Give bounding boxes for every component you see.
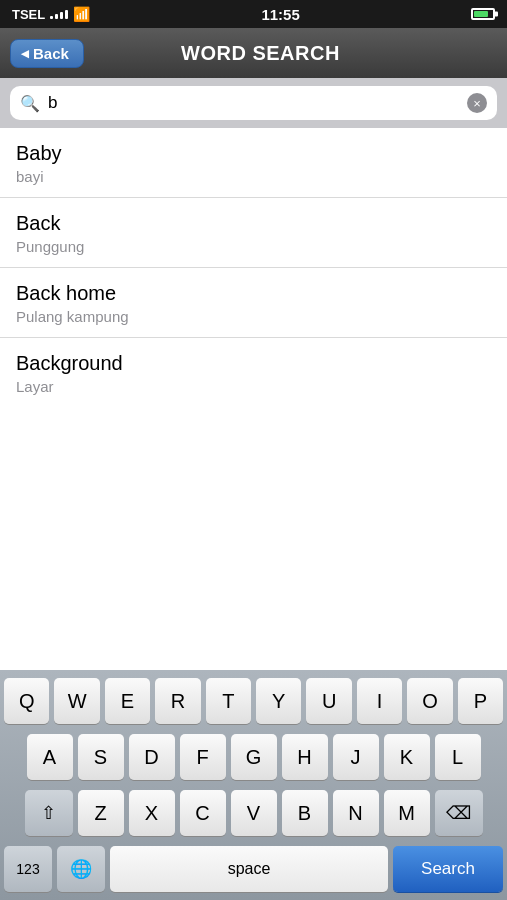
results-list: Baby bayi Back Punggung Back home Pulang… [0, 128, 507, 408]
key-r[interactable]: R [155, 678, 200, 724]
key-h[interactable]: H [282, 734, 328, 780]
shift-key[interactable]: ⇧ [25, 790, 73, 836]
globe-icon: 🌐 [70, 858, 92, 880]
search-bar: 🔍 × [10, 86, 497, 120]
signal-bars [50, 10, 68, 19]
result-title: Background [16, 352, 491, 375]
key-k[interactable]: K [384, 734, 430, 780]
back-label: Back [33, 45, 69, 62]
key-a[interactable]: A [27, 734, 73, 780]
keyboard-row-3: ⇧ Z X C V B N M ⌫ [4, 790, 503, 836]
result-subtitle: Pulang kampung [16, 308, 491, 325]
list-item[interactable]: Back Punggung [0, 198, 507, 268]
globe-key[interactable]: 🌐 [57, 846, 105, 892]
backspace-icon: ⌫ [446, 802, 471, 824]
key-v[interactable]: V [231, 790, 277, 836]
search-icon: 🔍 [20, 94, 40, 113]
search-key[interactable]: Search [393, 846, 503, 892]
key-d[interactable]: D [129, 734, 175, 780]
key-g[interactable]: G [231, 734, 277, 780]
signal-bar-3 [60, 12, 63, 19]
key-s[interactable]: S [78, 734, 124, 780]
battery-icon [471, 8, 495, 20]
list-item[interactable]: Background Layar [0, 338, 507, 407]
keyboard-row-2: A S D F G H J K L [4, 734, 503, 780]
status-bar: TSEL 📶 11:55 [0, 0, 507, 28]
key-u[interactable]: U [306, 678, 351, 724]
signal-bar-4 [65, 10, 68, 19]
nav-bar: Back WORD SEARCH [0, 28, 507, 78]
wifi-icon: 📶 [73, 6, 90, 22]
search-input[interactable] [48, 93, 459, 113]
shift-icon: ⇧ [41, 802, 56, 824]
result-subtitle: bayi [16, 168, 491, 185]
key-y[interactable]: Y [256, 678, 301, 724]
signal-bar-1 [50, 16, 53, 19]
num-label: 123 [16, 861, 39, 877]
back-button[interactable]: Back [10, 39, 84, 68]
clear-button[interactable]: × [467, 93, 487, 113]
result-title: Baby [16, 142, 491, 165]
key-o[interactable]: O [407, 678, 452, 724]
key-m[interactable]: M [384, 790, 430, 836]
battery-fill [474, 11, 488, 17]
key-c[interactable]: C [180, 790, 226, 836]
key-f[interactable]: F [180, 734, 226, 780]
key-b[interactable]: B [282, 790, 328, 836]
carrier-label: TSEL [12, 7, 45, 22]
result-subtitle: Layar [16, 378, 491, 395]
key-e[interactable]: E [105, 678, 150, 724]
keyboard-bottom-row: 123 🌐 space Search [4, 846, 503, 892]
key-z[interactable]: Z [78, 790, 124, 836]
result-subtitle: Punggung [16, 238, 491, 255]
space-key[interactable]: space [110, 846, 388, 892]
result-title: Back home [16, 282, 491, 305]
key-j[interactable]: J [333, 734, 379, 780]
key-n[interactable]: N [333, 790, 379, 836]
status-time: 11:55 [261, 6, 299, 23]
list-item[interactable]: Back home Pulang kampung [0, 268, 507, 338]
keyboard: Q W E R T Y U I O P A S D F G H J K L ⇧ … [0, 670, 507, 900]
page-title: WORD SEARCH [96, 42, 425, 65]
key-x[interactable]: X [129, 790, 175, 836]
space-label: space [228, 860, 271, 878]
signal-bar-2 [55, 14, 58, 19]
key-p[interactable]: P [458, 678, 503, 724]
key-l[interactable]: L [435, 734, 481, 780]
list-item[interactable]: Baby bayi [0, 128, 507, 198]
keyboard-row-1: Q W E R T Y U I O P [4, 678, 503, 724]
backspace-key[interactable]: ⌫ [435, 790, 483, 836]
key-t[interactable]: T [206, 678, 251, 724]
status-left: TSEL 📶 [12, 6, 90, 22]
status-right [471, 8, 495, 20]
key-q[interactable]: Q [4, 678, 49, 724]
key-i[interactable]: I [357, 678, 402, 724]
search-bar-container: 🔍 × [0, 78, 507, 128]
search-key-label: Search [421, 859, 475, 879]
result-title: Back [16, 212, 491, 235]
num-key[interactable]: 123 [4, 846, 52, 892]
key-w[interactable]: W [54, 678, 99, 724]
